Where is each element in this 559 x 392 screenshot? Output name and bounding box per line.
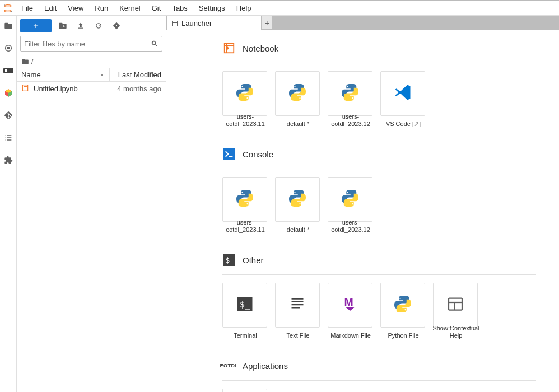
- launcher-card-label: VS Code [↗]: [378, 120, 428, 128]
- column-name-label: Name: [21, 71, 41, 79]
- python-icon: [340, 82, 360, 102]
- launcher-card-label: Text File: [273, 332, 323, 339]
- python-icon: [235, 82, 255, 102]
- launcher: Notebook users-eotdl_2023.11default *use…: [166, 30, 559, 392]
- git-button[interactable]: [110, 19, 123, 32]
- markdown-icon: M: [340, 294, 360, 314]
- work-area: Launcher + Notebook users-eotdl_2023.11d…: [166, 16, 559, 392]
- tab-add-button[interactable]: +: [262, 16, 273, 30]
- sort-asc-icon: [99, 72, 105, 78]
- activity-dask[interactable]: [3, 65, 14, 76]
- notebook-file-icon: [21, 84, 30, 93]
- text-icon: [287, 294, 308, 314]
- launcher-card[interactable]: MMarkdown File: [328, 283, 372, 328]
- section-title: Notebook: [243, 44, 278, 53]
- menu-help[interactable]: Help: [231, 2, 257, 15]
- launcher-card-label: Terminal: [220, 332, 271, 339]
- section-divider: [222, 63, 536, 63]
- svg-point-3: [11, 11, 12, 12]
- refresh-button[interactable]: [92, 19, 105, 32]
- launcher-card[interactable]: $_Terminal: [222, 283, 267, 328]
- svg-rect-6: [3, 68, 13, 73]
- launcher-card[interactable]: users-eotdl_2023.11: [222, 177, 267, 222]
- new-folder-button[interactable]: [56, 19, 69, 32]
- file-filter-input[interactable]: [24, 40, 151, 48]
- python-icon: [340, 188, 360, 208]
- file-list-header: Name Last Modified: [17, 68, 166, 82]
- help-icon: [445, 294, 465, 314]
- tab-label: Launcher: [181, 19, 212, 27]
- applications-section-icon: EOTDL: [222, 359, 236, 372]
- launcher-card-label: users-eotdl_2023.12: [325, 113, 376, 128]
- upload-button[interactable]: [74, 19, 87, 32]
- svg-rect-7: [5, 69, 7, 72]
- launcher-card[interactable]: Text File: [275, 283, 320, 328]
- svg-rect-21: [292, 307, 300, 308]
- menu-kernel[interactable]: Kernel: [114, 2, 146, 15]
- launcher-card-label: Python File: [378, 332, 428, 339]
- section-title: Console: [243, 150, 273, 159]
- activity-filebrowser[interactable]: [3, 20, 14, 31]
- console-section-icon: [222, 147, 236, 161]
- python-icon: [287, 82, 308, 102]
- launcher-card[interactable]: VS Code [↗]: [380, 71, 425, 116]
- launcher-card[interactable]: Python File: [380, 283, 425, 328]
- file-browser: / Name Last Modified Untitled.ipynb 4 mo…: [17, 16, 166, 392]
- launcher-card[interactable]: default *: [275, 177, 320, 222]
- svg-rect-23: [449, 298, 462, 310]
- menu-tabs[interactable]: Tabs: [166, 2, 193, 15]
- jupyter-logo: [0, 1, 16, 16]
- breadcrumb-path: /: [31, 57, 34, 66]
- eotdl-mark: EOTDL: [220, 363, 239, 368]
- menu-git[interactable]: Git: [146, 2, 167, 15]
- activity-running[interactable]: [3, 43, 14, 54]
- python-icon: [287, 188, 308, 208]
- search-icon: [151, 40, 159, 48]
- launcher-card-label: users-eotdl_2023.12: [325, 219, 376, 234]
- column-modified[interactable]: Last Modified: [110, 68, 166, 81]
- launcher-card[interactable]: users-eotdl_2023.12: [328, 177, 372, 222]
- breadcrumb[interactable]: /: [17, 55, 166, 68]
- section-console: Console users-eotdl_2023.11default *user…: [222, 147, 559, 237]
- menu-run[interactable]: Run: [89, 2, 114, 15]
- launcher-card-label: default *: [273, 226, 323, 234]
- menu-file[interactable]: File: [16, 2, 39, 15]
- activity-cube[interactable]: [3, 87, 14, 99]
- launcher-card-label: users-eotdl_2023.11: [220, 113, 271, 128]
- svg-text:$_: $_: [226, 256, 235, 264]
- menu-edit[interactable]: Edit: [39, 2, 62, 15]
- svg-point-8: [116, 25, 117, 26]
- tab-bar: Launcher +: [166, 16, 559, 30]
- svg-rect-19: [292, 301, 304, 302]
- section-notebook: Notebook users-eotdl_2023.11default *use…: [222, 41, 559, 132]
- column-name[interactable]: Name: [17, 68, 110, 81]
- section-title: Other: [243, 255, 264, 265]
- file-row[interactable]: Untitled.ipynb 4 months ago: [17, 82, 166, 95]
- terminal-icon: $_: [235, 294, 255, 314]
- launcher-card[interactable]: users-eotdl_2023.11: [222, 71, 267, 116]
- activity-toc[interactable]: [3, 132, 14, 143]
- vscode-icon: [393, 82, 413, 102]
- menu-view[interactable]: View: [62, 2, 89, 15]
- activity-git[interactable]: [3, 110, 14, 121]
- new-launcher-button[interactable]: [20, 19, 52, 32]
- activity-extensions[interactable]: [3, 155, 14, 166]
- python-icon: [235, 188, 255, 208]
- svg-rect-10: [24, 86, 27, 87]
- launcher-card[interactable]: users-eotdl_2023.12: [328, 71, 372, 116]
- svg-point-0: [4, 4, 11, 7]
- other-section-icon: $_: [222, 253, 236, 267]
- section-divider: [222, 274, 536, 275]
- file-list: Untitled.ipynb 4 months ago: [17, 82, 166, 392]
- menu-settings[interactable]: Settings: [193, 2, 231, 15]
- launcher-card-label: Markdown File: [325, 332, 376, 339]
- file-name: Untitled.ipynb: [34, 85, 105, 93]
- top-menubar: File Edit View Run Kernel Git Tabs Setti…: [0, 0, 559, 16]
- file-filter[interactable]: [20, 36, 162, 52]
- tab-launcher[interactable]: Launcher: [166, 16, 262, 30]
- launcher-card[interactable]: default *: [275, 71, 320, 116]
- svg-rect-11: [173, 21, 178, 26]
- launcher-card[interactable]: EOTDLNotebooks: [222, 389, 267, 392]
- launcher-card[interactable]: Show Contextual Help: [433, 283, 478, 328]
- svg-rect-5: [7, 47, 10, 49]
